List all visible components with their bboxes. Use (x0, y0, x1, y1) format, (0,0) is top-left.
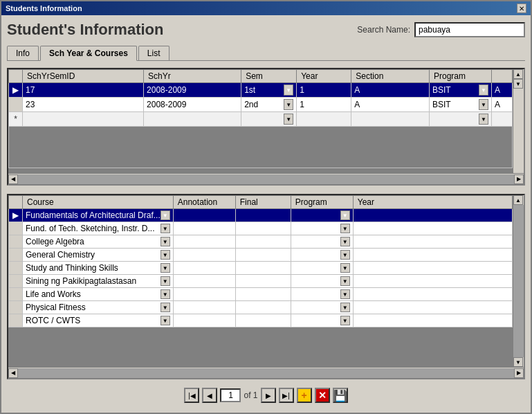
cell-section: A (351, 83, 430, 98)
tab-info[interactable]: Info (7, 46, 39, 60)
prog-dropdown-new[interactable]: ▼ (479, 114, 488, 125)
prog-dropdown-0[interactable]: ▼ (479, 84, 488, 96)
table-row-empty (9, 127, 513, 168)
prog-dropdown-5[interactable]: ▼ (340, 276, 350, 286)
cell-extra: A (492, 83, 513, 98)
prog-dropdown-3[interactable]: ▼ (340, 250, 350, 260)
cell-sem: 2nd ▼ (241, 98, 297, 112)
table-row-new[interactable]: * ▼ (9, 112, 513, 127)
top-grid-table: SchYrSemID SchYr Sem Year Section Progra… (8, 69, 513, 168)
scroll-down-btn[interactable]: ▼ (513, 79, 523, 89)
page-input[interactable] (220, 388, 241, 402)
sem-dropdown-new[interactable]: ▼ (284, 114, 293, 125)
col-year: Year (297, 70, 351, 83)
scroll-track[interactable] (18, 174, 514, 184)
nav-next-button[interactable]: ▶ (261, 388, 276, 403)
first-icon: |◀ (188, 392, 196, 399)
cell-schyr: 2008-2009 (144, 98, 241, 112)
nav-first-button[interactable]: |◀ (184, 388, 199, 403)
scroll-up-btn[interactable]: ▲ (513, 195, 523, 205)
table-row[interactable]: Life and Works ▼ ▼ (9, 288, 513, 301)
prog-dropdown-0[interactable]: ▼ (340, 210, 350, 220)
table-row[interactable]: General Chemistry ▼ ▼ (9, 249, 513, 262)
course-dropdown-6[interactable]: ▼ (160, 289, 170, 299)
nav-last-button[interactable]: ▶| (279, 388, 294, 403)
cell-year (353, 222, 512, 235)
cell-course: Life and Works ▼ (23, 288, 174, 301)
prog-dropdown-1[interactable]: ▼ (479, 99, 488, 110)
cell-final (235, 209, 291, 222)
tab-list[interactable]: List (138, 46, 169, 60)
cell-course: Fund. of Tech. Sketching, Instr. D... ▼ (23, 222, 174, 235)
row-indicator: ▶ (9, 83, 23, 98)
cell-annotation (173, 235, 235, 249)
prog-dropdown-7[interactable]: ▼ (340, 303, 350, 312)
table-row[interactable]: Study and Thinking Skills ▼ ▼ (9, 262, 513, 275)
course-dropdown-4[interactable]: ▼ (160, 263, 170, 273)
prog-dropdown-6[interactable]: ▼ (340, 289, 350, 299)
scroll-track[interactable] (18, 368, 514, 378)
search-input[interactable] (414, 22, 525, 37)
cell-year (353, 275, 512, 288)
row-indicator (9, 262, 23, 275)
course-dropdown-8[interactable]: ▼ (160, 316, 170, 325)
scroll-up-btn[interactable]: ▲ (513, 69, 523, 79)
course-dropdown-7[interactable]: ▼ (160, 303, 170, 312)
table-row[interactable]: 23 2008-2009 2nd ▼ 1 A (9, 98, 513, 112)
bottom-grid: Course Annotation Final Program Year ▶ F… (7, 194, 525, 379)
row-indicator (9, 288, 23, 301)
prog-dropdown-8[interactable]: ▼ (340, 316, 350, 325)
search-label: Search Name: (357, 25, 410, 35)
row-indicator (9, 235, 23, 249)
cell-id: 23 (23, 98, 144, 112)
scroll-left-btn[interactable]: ◀ (8, 174, 18, 184)
prog-dropdown-2[interactable]: ▼ (340, 237, 350, 246)
table-row[interactable]: Sining ng Pakikipagtalastasan ▼ ▼ (9, 275, 513, 288)
close-button[interactable]: ✕ (517, 3, 526, 13)
top-grid-scrollbar-v[interactable]: ▲ ▼ (513, 69, 524, 173)
table-row[interactable]: ▶ 17 2008-2009 1st ▼ 1 A (9, 83, 513, 98)
delete-button[interactable]: ✕ (315, 388, 330, 403)
bottom-grid-scrollbar-v[interactable]: ▲ ▼ (513, 195, 524, 367)
cell-program: BSIT ▼ (430, 98, 492, 112)
cell-section: A (351, 98, 430, 112)
table-row[interactable]: ROTC / CWTS ▼ ▼ (9, 314, 513, 327)
course-dropdown-2[interactable]: ▼ (160, 237, 170, 246)
cell-annotation (173, 262, 235, 275)
col-course: Course (23, 196, 174, 209)
prog-dropdown-4[interactable]: ▼ (340, 263, 350, 273)
bottom-grid-scrollbar-h[interactable]: ◀ ▶ (8, 367, 524, 378)
cell-program: ▼ (291, 235, 353, 249)
course-dropdown-1[interactable]: ▼ (160, 224, 170, 233)
sem-dropdown-0[interactable]: ▼ (284, 84, 293, 96)
prog-dropdown-1[interactable]: ▼ (340, 224, 350, 233)
table-row[interactable]: ▶ Fundamentals of Architectural Draf... … (9, 209, 513, 222)
tabs-bar: Info Sch Year & Courses List (7, 46, 525, 61)
table-row[interactable]: Fund. of Tech. Sketching, Instr. D... ▼ … (9, 222, 513, 235)
cell-program: ▼ (291, 314, 353, 327)
table-row[interactable]: Physical Fitness ▼ ▼ (9, 301, 513, 314)
scroll-down-btn[interactable]: ▼ (513, 357, 523, 367)
course-dropdown-5[interactable]: ▼ (160, 276, 170, 286)
delete-icon: ✕ (318, 390, 327, 401)
cell-id: 17 (23, 83, 144, 98)
new-row-indicator: * (9, 112, 23, 127)
nav-prev-button[interactable]: ◀ (202, 388, 217, 403)
page-of-text: of 1 (244, 390, 257, 400)
col-program: Program (430, 70, 492, 83)
app-title: Student's Information (7, 21, 163, 39)
cell-course: College Algebra ▼ (23, 235, 174, 249)
add-button[interactable]: + (297, 388, 312, 403)
scroll-right-btn[interactable]: ▶ (514, 368, 524, 378)
scroll-right-btn[interactable]: ▶ (514, 174, 524, 184)
table-row[interactable]: College Algebra ▼ ▼ (9, 235, 513, 249)
sem-dropdown-1[interactable]: ▼ (284, 99, 293, 110)
scroll-left-btn[interactable]: ◀ (8, 368, 18, 378)
top-grid-scrollbar-h[interactable]: ◀ ▶ (8, 173, 524, 184)
course-dropdown-0[interactable]: ▼ (160, 210, 170, 220)
course-dropdown-3[interactable]: ▼ (160, 250, 170, 260)
row-indicator (9, 314, 23, 327)
tab-sch-year-courses[interactable]: Sch Year & Courses (40, 46, 137, 61)
save-button[interactable]: 💾 (333, 388, 348, 403)
col-indicator (9, 196, 23, 209)
